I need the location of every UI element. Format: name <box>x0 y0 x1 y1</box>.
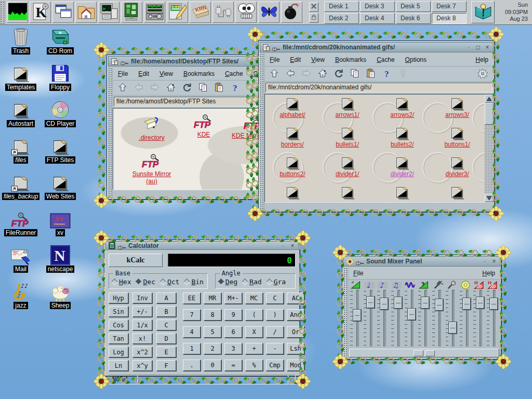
calc-key[interactable]: ( <box>245 309 263 321</box>
folder-label[interactable]: divider2/ <box>391 171 414 178</box>
menu-item[interactable]: File <box>118 70 128 77</box>
base-radio[interactable]: Bin <box>184 278 203 286</box>
channel-icon[interactable] <box>460 281 471 289</box>
panel-hide-handle[interactable] <box>0 1 5 24</box>
system-load-monitor[interactable] <box>7 2 28 23</box>
stop-button[interactable] <box>397 68 409 79</box>
calc-key[interactable]: Cos <box>109 320 128 330</box>
base-radio[interactable]: Dec <box>136 278 155 286</box>
calc-key[interactable]: ) <box>266 309 284 321</box>
folder-label[interactable]: bullets1/ <box>336 141 359 148</box>
slider-handle[interactable] <box>380 298 388 310</box>
desktop-icon[interactable]: N netscape <box>41 245 80 282</box>
system-board-button[interactable] <box>121 2 142 23</box>
ftp-link-label[interactable]: KDE <box>181 131 227 139</box>
menu-item[interactable]: File <box>270 56 280 63</box>
folder-label[interactable]: buttons1/ <box>444 141 470 148</box>
calc-key[interactable]: F <box>156 360 176 371</box>
calc-key[interactable]: 2 <box>204 343 221 354</box>
folder-label[interactable]: divider1/ <box>336 171 359 178</box>
paste-button[interactable] <box>365 68 377 79</box>
kcalc-brand-button[interactable]: kCalc <box>109 254 163 267</box>
desktop-icon[interactable]: Templates <box>1 63 41 100</box>
ftp-link-label[interactable]: Sunsite Mirror (au) <box>129 171 175 185</box>
ftp-link-item[interactable]: FTP KDE <box>181 114 227 139</box>
desktop-icon[interactable]: Floppy <box>41 63 80 100</box>
slider-handle[interactable] <box>449 322 457 334</box>
desktop-icon[interactable]: Sheep <box>41 282 80 318</box>
location-input[interactable]: file:/mnt/cdrom/20k/nonanimated gifs/ <box>265 83 493 92</box>
minimize-button[interactable]: · <box>280 242 287 249</box>
copy-button[interactable] <box>349 68 361 79</box>
folder-label[interactable]: arrows2/ <box>390 112 414 118</box>
calc-key[interactable]: = <box>224 360 242 371</box>
calc-key[interactable]: E <box>156 347 176 357</box>
scroll-track[interactable] <box>485 125 494 194</box>
menu-item-help[interactable]: Help <box>475 56 488 63</box>
calc-key[interactable]: 9 <box>224 309 242 321</box>
krn-news-button[interactable]: KRN <box>190 2 211 23</box>
desktop-icon[interactable]: FTP FileRunner <box>1 209 41 245</box>
paste-button[interactable] <box>214 82 225 94</box>
folder-item[interactable]: divider1/ <box>320 156 375 185</box>
channel-icon[interactable]: ♩ <box>364 281 375 289</box>
folder-label[interactable]: arrows3/ <box>445 112 469 118</box>
desk-button[interactable]: Desk 6 <box>396 13 431 24</box>
calc-key[interactable]: 8 <box>204 309 221 321</box>
calc-key[interactable]: D <box>156 333 176 344</box>
calc-key[interactable]: / <box>266 326 284 338</box>
k-menu-button[interactable]: K <box>30 2 51 23</box>
channel-icon[interactable] <box>405 281 416 289</box>
menu-item[interactable]: Edit <box>138 70 149 77</box>
sticky-pin-button[interactable] <box>118 243 126 248</box>
desk-button[interactable]: Desk 7 <box>432 1 467 12</box>
calc-key[interactable]: 3 <box>224 343 242 354</box>
folder-item[interactable] <box>375 185 430 202</box>
folder-item[interactable] <box>430 185 485 202</box>
desk-button[interactable]: Desk 1 <box>324 1 359 12</box>
menu-item[interactable]: View <box>159 70 173 77</box>
volume-slider[interactable] <box>350 290 362 348</box>
folder-item[interactable] <box>320 185 375 202</box>
calc-key[interactable]: +/- <box>132 306 152 317</box>
calc-key[interactable]: MR <box>204 292 221 304</box>
slider-handle[interactable] <box>463 298 471 310</box>
help-button[interactable]: ? <box>230 82 241 94</box>
desk-button[interactable]: Desk 2 <box>324 13 359 24</box>
calc-key[interactable]: . <box>183 360 201 371</box>
panel-clock[interactable]: Sun 09:03PM Aug 23 <box>496 2 530 23</box>
mixer-mini-button[interactable] <box>414 350 423 356</box>
network-plugs-button[interactable] <box>212 2 234 23</box>
volume-slider[interactable] <box>405 290 416 348</box>
calc-key[interactable]: Or <box>287 326 304 338</box>
calc-key[interactable]: Log <box>109 347 128 357</box>
desktop-icon[interactable]: Mail <box>1 245 41 282</box>
calc-key[interactable]: C <box>156 320 176 330</box>
help-button[interactable]: ? <box>381 68 393 79</box>
calc-key[interactable]: And <box>287 309 304 321</box>
sticky-pin-button[interactable] <box>356 259 364 264</box>
calc-key[interactable]: 6 <box>224 326 242 338</box>
scroll-thumb[interactable] <box>485 103 494 125</box>
volume-slider[interactable] <box>473 290 485 348</box>
close-button[interactable]: × <box>484 44 491 51</box>
folder-item[interactable]: bullets2/ <box>375 126 430 156</box>
calc-key[interactable]: M+- <box>224 292 242 304</box>
slider-handle[interactable] <box>476 297 484 309</box>
volume-slider[interactable] <box>377 290 389 348</box>
toolbar-grip[interactable] <box>343 268 348 358</box>
calc-key[interactable]: Sin <box>109 306 128 317</box>
menu-item[interactable]: Edit <box>290 56 301 63</box>
close-button[interactable]: × <box>289 242 296 249</box>
desktop-icon[interactable]: CD Player <box>41 100 80 136</box>
desktop-icon[interactable]: FTP Sites <box>41 136 80 172</box>
close-tool-button[interactable] <box>309 2 318 12</box>
desktop-icon[interactable]: Trash <box>1 27 41 63</box>
desk-button[interactable]: Desk 8 <box>432 13 467 24</box>
bomb-button[interactable] <box>281 2 302 23</box>
folder-label[interactable]: arrows1/ <box>336 112 360 118</box>
scroll-down-button[interactable] <box>485 194 494 202</box>
menu-item-help[interactable]: Help <box>482 270 495 277</box>
slider-handle[interactable] <box>408 309 416 320</box>
sticky-pin-button[interactable] <box>121 59 129 64</box>
